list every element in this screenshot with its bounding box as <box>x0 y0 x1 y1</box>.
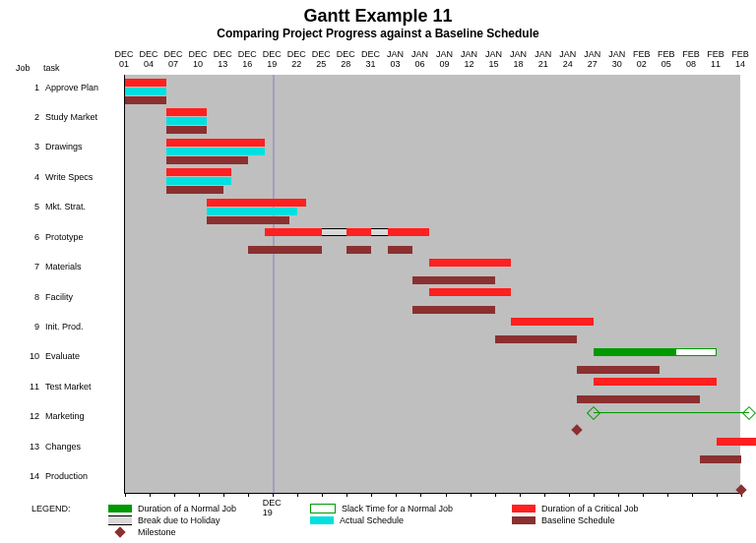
row-label: 1Approve Plan <box>16 83 124 92</box>
date-tick-label: FEB05 <box>658 49 675 69</box>
gantt-bar-holiday <box>371 228 388 236</box>
row-label: 11Test Market <box>16 382 124 392</box>
gantt-bar-critical <box>166 139 265 147</box>
date-tick-label: FEB08 <box>682 49 700 69</box>
legend: LEGEND: Duration of a Normal JobSlack Ti… <box>32 504 740 539</box>
date-tick-label: JAN24 <box>559 49 576 69</box>
header-job: Job <box>16 63 31 73</box>
gantt-bar-critical <box>166 108 208 116</box>
date-tick-label: DEC25 <box>312 49 331 69</box>
milestone-marker <box>735 484 746 495</box>
legend-item: Actual Schedule <box>310 515 512 525</box>
legend-item: Duration of a Normal Job <box>108 504 310 513</box>
gantt-bar-baseline <box>166 186 223 194</box>
date-tick-label: DEC04 <box>140 49 158 69</box>
date-tick-label: JAN15 <box>485 49 502 69</box>
legend-label: Actual Schedule <box>340 515 404 525</box>
chart-area: Job task DEC01DEC04DEC07DEC10DEC13DEC16D… <box>16 49 740 494</box>
current-date-line <box>273 75 275 493</box>
legend-swatch-actual <box>310 516 334 524</box>
date-tick-label: DEC28 <box>337 49 355 69</box>
marketing-endpoint <box>587 406 600 420</box>
gantt-bar-critical <box>511 318 593 326</box>
row-label: 6Prototype <box>16 232 124 242</box>
milestone-marker <box>571 424 582 435</box>
legend-item: Slack Time for a Normal Job <box>310 504 512 513</box>
gantt-bar-critical <box>429 288 511 296</box>
date-tick-label: DEC22 <box>287 49 306 69</box>
row-labels: 1Approve Plan2Study Market3Drawings4Writ… <box>16 75 124 494</box>
date-tick-label: FEB14 <box>731 49 749 69</box>
gantt-bar-critical <box>388 228 429 236</box>
header-task: task <box>43 63 60 73</box>
date-tick-label: FEB11 <box>707 49 724 69</box>
gantt-bar-holiday <box>322 228 346 236</box>
date-tick-label: JAN21 <box>535 49 551 69</box>
legend-label: Duration of a Critical Job <box>541 504 639 513</box>
gantt-bar-critical <box>717 438 756 446</box>
gantt-bar-critical <box>166 168 232 176</box>
row-label: 8Facility <box>16 292 124 302</box>
date-tick-label: JAN30 <box>608 49 625 69</box>
gantt-bar-baseline <box>166 126 208 134</box>
chart-subtitle: Comparing Project Progress against a Bas… <box>0 27 756 46</box>
gantt-bar-critical <box>594 378 717 386</box>
row-label: 12Marketing <box>16 411 124 421</box>
row-label: 4Write Specs <box>16 172 124 182</box>
row-label: 10Evaluate <box>16 351 124 361</box>
gantt-bar-normal <box>594 348 675 356</box>
legend-swatch-critical <box>512 505 536 513</box>
gantt-bar-baseline <box>248 246 322 254</box>
legend-label: Slack Time for a Normal Job <box>342 504 453 513</box>
gantt-bar-critical <box>265 228 322 236</box>
date-tick-label: DEC31 <box>361 49 380 69</box>
marketing-endpoint <box>742 406 756 420</box>
date-tick-label: JAN12 <box>461 49 477 69</box>
gantt-bar-baseline <box>495 335 577 343</box>
date-tick-label: JAN03 <box>387 49 404 69</box>
date-tick-label: DEC07 <box>164 49 183 69</box>
gantt-bar-critical <box>346 228 371 236</box>
gantt-bar-critical <box>429 259 511 267</box>
plot-area <box>124 75 740 494</box>
legend-item: Milestone <box>108 527 310 537</box>
gantt-bar-baseline <box>346 246 371 254</box>
legend-item: Break due to Holiday <box>108 515 310 525</box>
marketing-span <box>594 412 750 414</box>
row-label: 3Drawings <box>16 142 124 151</box>
date-tick-label: JAN27 <box>584 49 600 69</box>
legend-label: Baseline Schedule <box>541 515 615 525</box>
gantt-bar-baseline <box>166 156 248 164</box>
gantt-chart-container: Gantt Example 11 Comparing Project Progr… <box>0 0 756 543</box>
legend-label: Milestone <box>138 527 176 537</box>
date-tick-label: DEC01 <box>114 49 133 69</box>
legend-swatch-milestone <box>114 526 125 537</box>
row-label: 13Changes <box>16 442 124 452</box>
gantt-bar-baseline <box>577 395 700 403</box>
gantt-bar-actual <box>125 88 166 95</box>
gantt-bar-baseline <box>412 276 494 284</box>
date-tick-label: DEC19 <box>263 49 282 69</box>
row-label: 9Init. Prod. <box>16 322 124 332</box>
gantt-bar-baseline <box>577 366 659 374</box>
legend-item: Duration of a Critical Job <box>512 504 714 513</box>
gantt-bar-baseline <box>412 306 494 314</box>
gantt-bar-critical <box>125 79 166 87</box>
date-tick-label: DEC16 <box>238 49 257 69</box>
date-tick-label: JAN18 <box>510 49 527 69</box>
gantt-bar-actual <box>166 177 232 185</box>
row-label: 14Production <box>16 471 124 481</box>
legend-swatch-slack <box>310 504 336 513</box>
legend-swatch-normal <box>108 505 132 513</box>
legend-swatch-baseline <box>512 516 536 524</box>
date-axis: DEC01DEC04DEC07DEC10DEC13DEC16DEC19DEC22… <box>124 49 740 75</box>
gantt-bar-actual <box>166 148 265 155</box>
gantt-bar-baseline <box>207 216 288 224</box>
row-label: 2Study Market <box>16 112 124 122</box>
legend-swatch-holiday <box>108 515 132 525</box>
column-headers: Job task DEC01DEC04DEC07DEC10DEC13DEC16D… <box>16 49 740 75</box>
date-tick-label: JAN09 <box>436 49 453 69</box>
gantt-bar-critical <box>207 199 305 207</box>
legend-label: Duration of a Normal Job <box>138 504 236 513</box>
gantt-bar-actual <box>166 117 208 125</box>
